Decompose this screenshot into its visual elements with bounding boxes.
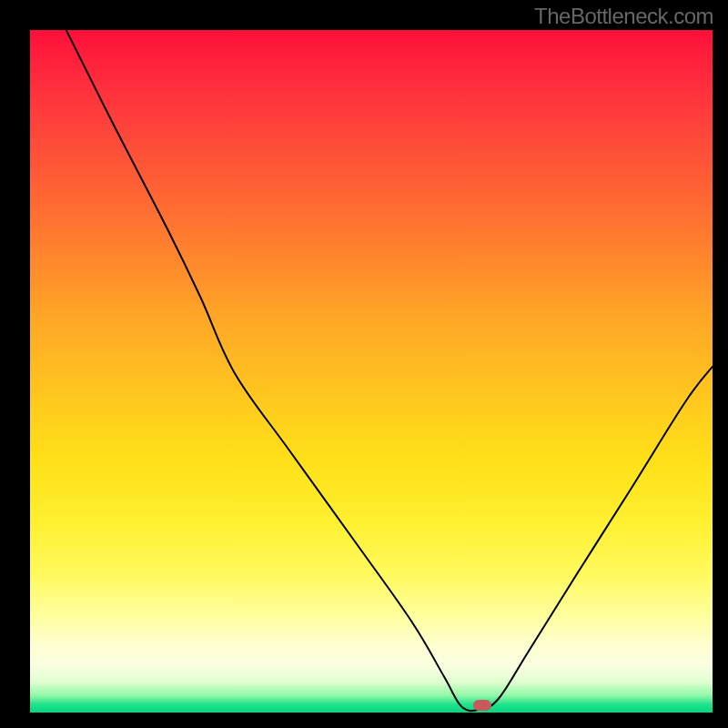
watermark-text: TheBottleneck.com bbox=[534, 4, 713, 29]
optimal-point-marker bbox=[473, 700, 491, 711]
plot-area bbox=[30, 30, 713, 713]
bottleneck-curve-path bbox=[66, 30, 713, 711]
chart-container: TheBottleneck.com bbox=[0, 0, 728, 728]
curve-svg bbox=[30, 30, 713, 713]
